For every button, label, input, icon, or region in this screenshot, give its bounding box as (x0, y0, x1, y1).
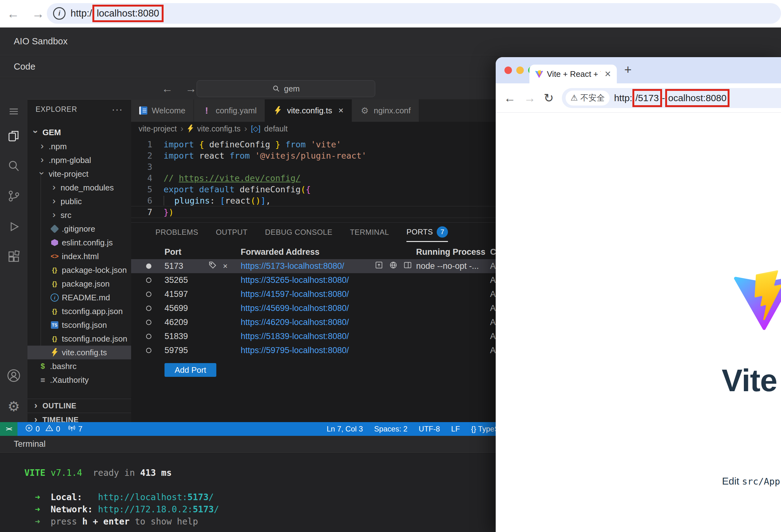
file-item-eslint.config.js[interactable]: eslint.config.js (28, 236, 131, 249)
command-search-input[interactable]: gem (197, 80, 375, 97)
port-state-icon (146, 320, 151, 325)
file-item-index.html[interactable]: <>index.html (28, 249, 131, 263)
browser-reload-icon[interactable]: ↻ (544, 92, 554, 104)
forwarded-address-link[interactable]: https://45699-localhost:8080/ (241, 301, 349, 315)
forwarded-address-link[interactable]: https://5173-localhost:8080/ (241, 259, 344, 273)
info-icon[interactable]: i (53, 7, 66, 20)
vite-bolt-icon (187, 125, 194, 133)
eol[interactable]: LF (451, 424, 460, 433)
indentation[interactable]: Spaces: 2 (374, 424, 408, 433)
source-control-icon[interactable] (0, 189, 28, 203)
open-in-editor-icon[interactable] (375, 261, 383, 272)
forward-icon[interactable]: → (32, 7, 44, 20)
forwarded-address-link[interactable]: https://35265-localhost:8080/ (241, 273, 349, 287)
address-bar[interactable]: i http:/localhost:8080 (47, 3, 781, 24)
explorer-actions-icon[interactable]: ··· (112, 104, 123, 115)
section-title[interactable]: Code (14, 62, 35, 72)
url-highlight-box: localhost:8080 (92, 5, 164, 22)
file-item-tsconfig.json[interactable]: TStsconfig.json (28, 318, 131, 332)
file-item-vite.config.ts[interactable]: vite.config.ts (28, 345, 131, 359)
vite-bolt-icon (50, 348, 59, 357)
url-text: http:/ (71, 8, 92, 19)
add-port-button[interactable]: Add Port (165, 363, 216, 377)
folder-item-node_modules[interactable]: ›node_modules (28, 181, 131, 195)
explorer-files-icon[interactable] (0, 129, 28, 143)
stop-forward-icon[interactable]: × (223, 261, 228, 271)
run-debug-icon[interactable] (0, 220, 28, 234)
welcome-icon (139, 107, 147, 115)
warning-icon: ⚠ (571, 93, 578, 103)
cursor-position[interactable]: Ln 7, Col 3 (327, 424, 363, 433)
forwarded-address-link[interactable]: https://59795-localhost:8080/ (241, 343, 349, 358)
panel-tab-debug-console[interactable]: DEBUG CONSOLE (265, 222, 332, 242)
file-item-README.md[interactable]: iREADME.md (28, 291, 131, 304)
folder-item-vite-project[interactable]: ›vite-project (28, 167, 131, 181)
editor-tab-config.yaml[interactable]: !config.yaml (194, 99, 265, 122)
remote-indicator-icon[interactable]: >< (0, 422, 17, 436)
panel-tab-output[interactable]: OUTPUT (216, 222, 248, 242)
history-back-icon[interactable]: ← (162, 82, 173, 95)
close-tab-icon[interactable]: ✕ (604, 69, 611, 79)
browser-back-icon[interactable]: ← (504, 92, 516, 104)
edit-hint: Edit src/App. (722, 476, 781, 487)
forwarded-address-link[interactable]: https://51839-localhost:8080/ (241, 329, 349, 343)
terminal-title[interactable]: Terminal (14, 439, 46, 449)
editor-tab-vite.config.ts[interactable]: vite.config.ts× (265, 99, 352, 122)
eslint-icon (50, 239, 59, 246)
browser-address-bar[interactable]: ⚠不安全 http:/5173-ocalhost:8080 (562, 88, 781, 108)
html-icon: <> (50, 252, 59, 260)
workspace-root[interactable]: › GEM (28, 125, 131, 139)
settings-gear-icon[interactable]: ⚙ (0, 400, 28, 413)
col-forwarded-address: Forwarded Address (241, 245, 320, 259)
file-item-package.json[interactable]: {}package.json (28, 277, 131, 291)
editor-tab-nginx.conf[interactable]: ⚙nginx.conf (352, 99, 419, 122)
close-icon[interactable]: × (338, 106, 343, 116)
vite-logo (733, 270, 781, 332)
file-item-.bashrc[interactable]: $.bashrc (28, 359, 131, 373)
panel-tab-ports[interactable]: PORTS7 (406, 222, 448, 242)
file-item-tsconfig.app.json[interactable]: {}tsconfig.app.json (28, 304, 131, 318)
file-item-.gitignore[interactable]: .gitignore (28, 222, 131, 236)
json-icon: {} (50, 266, 59, 274)
port-label-icon[interactable] (208, 261, 217, 271)
browser-tab[interactable]: Vite + React + TS ✕ (529, 65, 617, 83)
back-icon[interactable]: ← (7, 7, 19, 20)
file-item-.Xauthority[interactable]: ≡.Xauthority (28, 373, 131, 387)
editor-tab-Welcome[interactable]: Welcome (131, 99, 194, 122)
security-chip[interactable]: ⚠不安全 (566, 90, 610, 106)
timeline-section[interactable]: ›TIMELINE (28, 413, 131, 422)
browser-forward-icon[interactable]: → (524, 92, 536, 104)
open-in-browser-globe-icon[interactable] (389, 261, 398, 272)
minimize-window-icon[interactable] (516, 67, 524, 74)
folder-item-public[interactable]: ›public (28, 195, 131, 208)
menu-icon[interactable] (0, 105, 28, 118)
forwarded-address-link[interactable]: https://46209-localhost:8080/ (241, 315, 349, 329)
outline-section[interactable]: ›OUTLINE (28, 399, 131, 412)
folder-item-.npm-global[interactable]: ›.npm-global (28, 153, 131, 167)
page-heading: Vite (722, 363, 777, 398)
port-state-icon (146, 278, 151, 283)
indent-guide (41, 174, 41, 351)
forwarded-ports-status[interactable]: 7 (68, 424, 82, 434)
browser-url-scheme: http: (614, 93, 632, 103)
chevron-right-icon: › (50, 209, 58, 220)
url-highlight-box-2: ocalhost:8080 (665, 89, 730, 107)
search-sidebar-icon[interactable] (0, 159, 28, 173)
forwarded-address-link[interactable]: https://41597-localhost:8080/ (241, 287, 349, 301)
account-icon[interactable] (0, 368, 28, 383)
history-forward-icon[interactable]: → (186, 82, 197, 95)
folder-item-src[interactable]: ›src (28, 208, 131, 222)
panel-tab-terminal[interactable]: TERMINAL (350, 222, 389, 242)
new-tab-icon[interactable]: + (624, 63, 631, 77)
encoding[interactable]: UTF-8 (419, 424, 440, 433)
extensions-icon[interactable] (0, 250, 28, 263)
file-item-package-lock.json[interactable]: {}package-lock.json (28, 263, 131, 277)
close-window-icon[interactable] (504, 67, 512, 74)
preview-icon[interactable] (403, 261, 412, 272)
chevron-down-icon: › (37, 169, 47, 177)
problems-status[interactable]: 0 0 (25, 424, 60, 434)
vite-page: Vite Edit src/App. (496, 113, 781, 532)
file-item-tsconfig.node.json[interactable]: {}tsconfig.node.json (28, 332, 131, 345)
folder-item-.npm[interactable]: ›.npm (28, 139, 131, 153)
panel-tab-problems[interactable]: PROBLEMS (156, 222, 198, 242)
